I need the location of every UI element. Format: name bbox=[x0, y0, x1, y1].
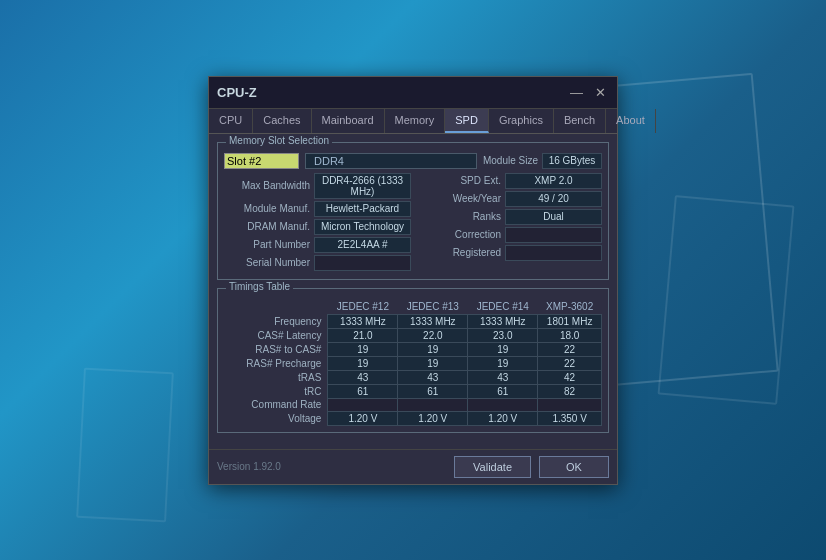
ras-pre-j14: 19 bbox=[468, 356, 538, 370]
max-bandwidth-label: Max Bandwidth bbox=[224, 180, 314, 191]
cas-j14: 23.0 bbox=[468, 328, 538, 342]
registered-value bbox=[505, 245, 602, 261]
timings-table: JEDEC #12 JEDEC #13 JEDEC #14 XMP-3602 F… bbox=[224, 299, 602, 426]
module-info-section: Max Bandwidth DDR4-2666 (1333 MHz) Modul… bbox=[224, 173, 602, 273]
memory-slot-label: Memory Slot Selection bbox=[226, 135, 332, 146]
table-row: Voltage 1.20 V 1.20 V 1.20 V 1.350 V bbox=[224, 411, 602, 425]
timings-group: Timings Table JEDEC #12 JEDEC #13 JEDEC … bbox=[217, 288, 609, 433]
part-number-label: Part Number bbox=[224, 239, 314, 250]
tab-bar: CPU Caches Mainboard Memory SPD Graphics… bbox=[209, 109, 617, 134]
tab-memory[interactable]: Memory bbox=[385, 109, 446, 133]
freq-j13: 1333 MHz bbox=[398, 314, 468, 328]
correction-value bbox=[505, 227, 602, 243]
minimize-button[interactable]: — bbox=[567, 86, 586, 99]
ras-cas-label: RAS# to CAS# bbox=[224, 342, 328, 356]
col-jedec14: JEDEC #14 bbox=[468, 299, 538, 315]
window-controls: — ✕ bbox=[567, 86, 609, 99]
registered-label: Registered bbox=[415, 247, 505, 258]
tras-j14: 43 bbox=[468, 370, 538, 384]
trc-j13: 61 bbox=[398, 384, 468, 398]
tras-j12: 43 bbox=[328, 370, 398, 384]
trc-label: tRC bbox=[224, 384, 328, 398]
tab-spd[interactable]: SPD bbox=[445, 109, 489, 133]
ddr-type: DDR4 bbox=[305, 153, 477, 169]
module-right: SPD Ext. XMP 2.0 Week/Year 49 / 20 Ranks… bbox=[415, 173, 602, 273]
voltage-j13: 1.20 V bbox=[398, 411, 468, 425]
ras-pre-xmp: 22 bbox=[538, 356, 602, 370]
memory-slot-group: Memory Slot Selection Slot #2 Slot #1 Sl… bbox=[217, 142, 609, 280]
tras-j13: 43 bbox=[398, 370, 468, 384]
voltage-j12: 1.20 V bbox=[328, 411, 398, 425]
ras-cas-xmp: 22 bbox=[538, 342, 602, 356]
ras-cas-j13: 19 bbox=[398, 342, 468, 356]
cmd-rate-j13 bbox=[398, 398, 468, 411]
close-button[interactable]: ✕ bbox=[592, 86, 609, 99]
voltage-label: Voltage bbox=[224, 411, 328, 425]
voltage-xmp: 1.350 V bbox=[538, 411, 602, 425]
table-row: RAS# Precharge 19 19 19 22 bbox=[224, 356, 602, 370]
tab-mainboard[interactable]: Mainboard bbox=[312, 109, 385, 133]
module-manuf-value: Hewlett-Packard bbox=[314, 201, 411, 217]
window-title: CPU-Z bbox=[217, 85, 257, 100]
tab-bench[interactable]: Bench bbox=[554, 109, 606, 133]
module-manuf-label: Module Manuf. bbox=[224, 203, 314, 214]
cmd-rate-j12 bbox=[328, 398, 398, 411]
cmd-rate-j14 bbox=[468, 398, 538, 411]
module-size-value: 16 GBytes bbox=[542, 153, 602, 169]
cas-xmp: 18.0 bbox=[538, 328, 602, 342]
cmd-rate-label: Command Rate bbox=[224, 398, 328, 411]
serial-number-value bbox=[314, 255, 411, 271]
footer: Version 1.92.0 Validate OK bbox=[209, 449, 617, 484]
tras-label: tRAS bbox=[224, 370, 328, 384]
validate-button[interactable]: Validate bbox=[454, 456, 531, 478]
dram-manuf-value: Micron Technology bbox=[314, 219, 411, 235]
module-left: Max Bandwidth DDR4-2666 (1333 MHz) Modul… bbox=[224, 173, 411, 273]
footer-buttons: Validate OK bbox=[454, 456, 609, 478]
part-number-value: 2E2L4AA # bbox=[314, 237, 411, 253]
version-label: Version 1.92.0 bbox=[217, 461, 281, 472]
tab-about[interactable]: About bbox=[606, 109, 656, 133]
cas-j12: 21.0 bbox=[328, 328, 398, 342]
trc-j14: 61 bbox=[468, 384, 538, 398]
ok-button[interactable]: OK bbox=[539, 456, 609, 478]
table-row: tRC 61 61 61 82 bbox=[224, 384, 602, 398]
freq-label: Frequency bbox=[224, 314, 328, 328]
week-year-label: Week/Year bbox=[415, 193, 505, 204]
correction-label: Correction bbox=[415, 229, 505, 240]
ranks-value: Dual bbox=[505, 209, 602, 225]
serial-number-label: Serial Number bbox=[224, 257, 314, 268]
tab-graphics[interactable]: Graphics bbox=[489, 109, 554, 133]
slot-row: Slot #2 Slot #1 Slot #3 Slot #4 DDR4 Mod… bbox=[224, 153, 602, 169]
col-xmp: XMP-3602 bbox=[538, 299, 602, 315]
ranks-label: Ranks bbox=[415, 211, 505, 222]
freq-j12: 1333 MHz bbox=[328, 314, 398, 328]
freq-j14: 1333 MHz bbox=[468, 314, 538, 328]
cpu-z-window: CPU-Z — ✕ CPU Caches Mainboard Memory SP… bbox=[208, 76, 618, 485]
cmd-rate-xmp bbox=[538, 398, 602, 411]
col-jedec13: JEDEC #13 bbox=[398, 299, 468, 315]
trc-xmp: 82 bbox=[538, 384, 602, 398]
slot-select[interactable]: Slot #2 Slot #1 Slot #3 Slot #4 bbox=[224, 153, 299, 169]
dram-manuf-label: DRAM Manuf. bbox=[224, 221, 314, 232]
trc-j12: 61 bbox=[328, 384, 398, 398]
tras-xmp: 42 bbox=[538, 370, 602, 384]
title-bar: CPU-Z — ✕ bbox=[209, 77, 617, 109]
cas-label: CAS# Latency bbox=[224, 328, 328, 342]
ras-pre-j13: 19 bbox=[398, 356, 468, 370]
table-row: Command Rate bbox=[224, 398, 602, 411]
ras-pre-label: RAS# Precharge bbox=[224, 356, 328, 370]
max-bandwidth-value: DDR4-2666 (1333 MHz) bbox=[314, 173, 411, 199]
freq-xmp: 1801 MHz bbox=[538, 314, 602, 328]
table-row: tRAS 43 43 43 42 bbox=[224, 370, 602, 384]
col-jedec12: JEDEC #12 bbox=[328, 299, 398, 315]
table-row: CAS# Latency 21.0 22.0 23.0 18.0 bbox=[224, 328, 602, 342]
spd-ext-label: SPD Ext. bbox=[415, 175, 505, 186]
spd-ext-value: XMP 2.0 bbox=[505, 173, 602, 189]
week-year-value: 49 / 20 bbox=[505, 191, 602, 207]
ras-pre-j12: 19 bbox=[328, 356, 398, 370]
module-size-label: Module Size bbox=[483, 155, 538, 166]
tab-caches[interactable]: Caches bbox=[253, 109, 311, 133]
tab-cpu[interactable]: CPU bbox=[209, 109, 253, 133]
ras-cas-j14: 19 bbox=[468, 342, 538, 356]
cas-j13: 22.0 bbox=[398, 328, 468, 342]
